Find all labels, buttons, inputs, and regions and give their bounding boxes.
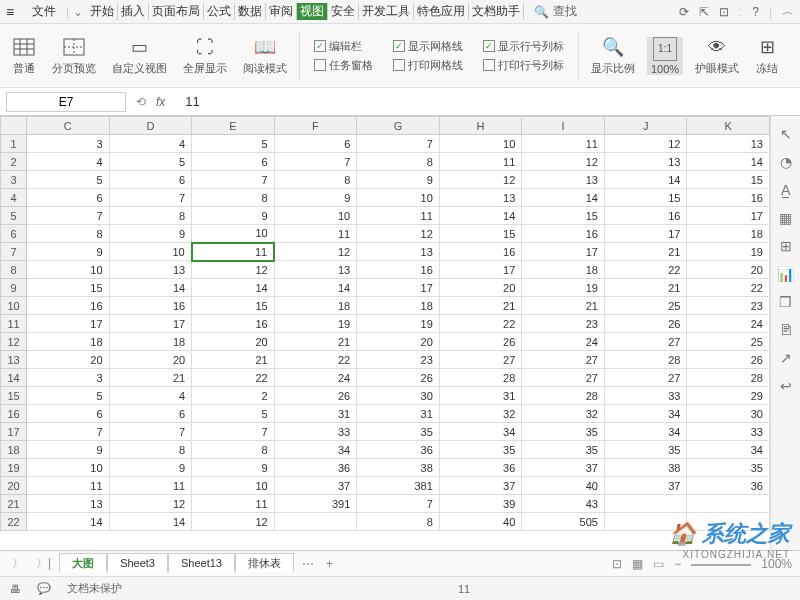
cell-F19[interactable]: 36: [274, 459, 357, 477]
col-header-G[interactable]: G: [357, 117, 440, 135]
cell-D17[interactable]: 7: [109, 423, 192, 441]
cell-C15[interactable]: 5: [27, 387, 110, 405]
cell-I1[interactable]: 11: [522, 135, 605, 153]
cell-F13[interactable]: 22: [274, 351, 357, 369]
check-grid-show[interactable]: ✓显示网格线: [393, 39, 463, 54]
cell-I11[interactable]: 23: [522, 315, 605, 333]
cell-E11[interactable]: 16: [192, 315, 275, 333]
cell-I18[interactable]: 35: [522, 441, 605, 459]
sheet-tab-大图[interactable]: 大图: [59, 553, 107, 572]
cell-H8[interactable]: 17: [439, 261, 522, 279]
cell-J19[interactable]: 38: [604, 459, 687, 477]
cell-J6[interactable]: 17: [604, 225, 687, 243]
row-header-8[interactable]: 8: [1, 261, 27, 279]
cell-I20[interactable]: 40: [522, 477, 605, 495]
cell-J10[interactable]: 25: [604, 297, 687, 315]
view-custom[interactable]: ▭ 自定义视图: [108, 35, 171, 76]
cell-C2[interactable]: 4: [27, 153, 110, 171]
cell-E9[interactable]: 14: [192, 279, 275, 297]
row-header-9[interactable]: 9: [1, 279, 27, 297]
cell-H17[interactable]: 34: [439, 423, 522, 441]
cell-G3[interactable]: 9: [357, 171, 440, 189]
cell-C11[interactable]: 17: [27, 315, 110, 333]
row-header-20[interactable]: 20: [1, 477, 27, 495]
cell-C16[interactable]: 6: [27, 405, 110, 423]
tab-6[interactable]: 视图: [297, 3, 328, 20]
cell-C5[interactable]: 7: [27, 207, 110, 225]
cell-F7[interactable]: 12: [274, 243, 357, 261]
cell-K9[interactable]: 22: [687, 279, 770, 297]
cell-H16[interactable]: 32: [439, 405, 522, 423]
cell-I12[interactable]: 24: [522, 333, 605, 351]
share-out-icon[interactable]: ↗: [780, 350, 792, 366]
cell-H4[interactable]: 13: [439, 189, 522, 207]
cell-E19[interactable]: 9: [192, 459, 275, 477]
tab-3[interactable]: 公式: [204, 3, 235, 20]
menu-icon[interactable]: ≡: [6, 4, 22, 20]
search-label[interactable]: 查找: [553, 3, 577, 20]
cell-J22[interactable]: [604, 513, 687, 531]
cell-F20[interactable]: 37: [274, 477, 357, 495]
cell-H22[interactable]: 40: [439, 513, 522, 531]
cell-E5[interactable]: 9: [192, 207, 275, 225]
row-header-1[interactable]: 1: [1, 135, 27, 153]
cell-H5[interactable]: 14: [439, 207, 522, 225]
cell-K5[interactable]: 17: [687, 207, 770, 225]
cell-I2[interactable]: 12: [522, 153, 605, 171]
cursor-icon[interactable]: ↖: [780, 126, 792, 142]
row-header-15[interactable]: 15: [1, 387, 27, 405]
cell-G2[interactable]: 8: [357, 153, 440, 171]
cell-D5[interactable]: 8: [109, 207, 192, 225]
cell-G21[interactable]: 7: [357, 495, 440, 513]
cell-D22[interactable]: 14: [109, 513, 192, 531]
col-header-H[interactable]: H: [439, 117, 522, 135]
cell-E22[interactable]: 12: [192, 513, 275, 531]
cell-K10[interactable]: 23: [687, 297, 770, 315]
tab-4[interactable]: 数据: [235, 3, 266, 20]
cell-I13[interactable]: 27: [522, 351, 605, 369]
cell-K14[interactable]: 28: [687, 369, 770, 387]
cell-K1[interactable]: 13: [687, 135, 770, 153]
cell-C6[interactable]: 8: [27, 225, 110, 243]
row-header-16[interactable]: 16: [1, 405, 27, 423]
zoom-button[interactable]: 🔍 显示比例: [587, 35, 639, 76]
cell-F8[interactable]: 13: [274, 261, 357, 279]
cloud-icon[interactable]: ⟳: [679, 5, 689, 19]
cell-G19[interactable]: 38: [357, 459, 440, 477]
cell-D19[interactable]: 9: [109, 459, 192, 477]
cell-F11[interactable]: 19: [274, 315, 357, 333]
cell-J2[interactable]: 13: [604, 153, 687, 171]
cell-G12[interactable]: 20: [357, 333, 440, 351]
col-header-K[interactable]: K: [687, 117, 770, 135]
cell-F17[interactable]: 33: [274, 423, 357, 441]
cell-E4[interactable]: 8: [192, 189, 275, 207]
check-rowcol-show[interactable]: ✓显示行号列标: [483, 39, 564, 54]
cell-G10[interactable]: 18: [357, 297, 440, 315]
cell-K13[interactable]: 26: [687, 351, 770, 369]
eye-mode[interactable]: 👁 护眼模式: [691, 35, 743, 76]
cell-I10[interactable]: 21: [522, 297, 605, 315]
cell-F21[interactable]: 391: [274, 495, 357, 513]
cell-D7[interactable]: 10: [109, 243, 192, 261]
cell-K6[interactable]: 18: [687, 225, 770, 243]
tab-10[interactable]: 文档助手: [469, 3, 524, 20]
view-mode2-icon[interactable]: ▦: [632, 557, 643, 571]
cell-C9[interactable]: 15: [27, 279, 110, 297]
cell-J20[interactable]: 37: [604, 477, 687, 495]
sheet-tab-排休表[interactable]: 排休表: [235, 553, 294, 572]
zoom-100[interactable]: 1:1 100%: [647, 37, 683, 75]
cell-J17[interactable]: 34: [604, 423, 687, 441]
tab-9[interactable]: 特色应用: [414, 3, 469, 20]
cell-I3[interactable]: 13: [522, 171, 605, 189]
row-header-10[interactable]: 10: [1, 297, 27, 315]
cell-K18[interactable]: 34: [687, 441, 770, 459]
col-header-F[interactable]: F: [274, 117, 357, 135]
cell-D8[interactable]: 13: [109, 261, 192, 279]
cell-G13[interactable]: 23: [357, 351, 440, 369]
cell-D2[interactable]: 5: [109, 153, 192, 171]
check-editbar[interactable]: ✓编辑栏: [314, 39, 373, 54]
cell-C3[interactable]: 5: [27, 171, 110, 189]
fx-icon[interactable]: fx: [156, 95, 165, 109]
cell-D14[interactable]: 21: [109, 369, 192, 387]
cell-G7[interactable]: 13: [357, 243, 440, 261]
